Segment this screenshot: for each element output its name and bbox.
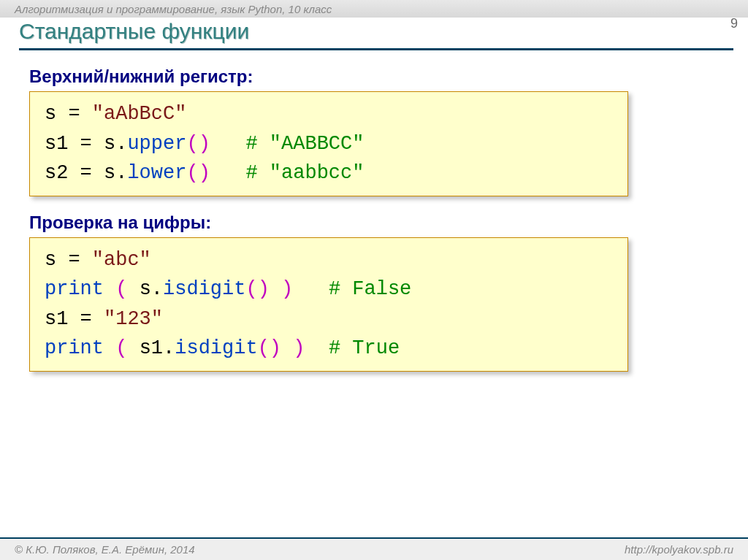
page-number: 9 — [730, 16, 738, 31]
code-string: "aAbBcC" — [92, 103, 187, 125]
code-method: isdigit — [163, 278, 245, 300]
code-box-digits: s = "abc" print ( s.isdigit() ) # False … — [29, 237, 628, 372]
section-label-digits: Проверка на цифры: — [29, 212, 726, 233]
code-text: s = — [45, 103, 92, 125]
code-line: s1 = "123" — [45, 304, 613, 334]
code-paren: () — [186, 162, 210, 184]
code-paren: () — [258, 337, 281, 359]
footer-copyright: © К.Ю. Поляков, Е.А. Ерёмин, 2014 — [15, 543, 195, 556]
code-line: s2 = s.lower() # "aabbcc" — [45, 158, 613, 188]
code-comment: # "AABBCC" — [245, 133, 364, 155]
section-label-case: Верхний/нижний регистр: — [29, 66, 726, 87]
code-print: print — [45, 337, 104, 359]
slide-title: Стандартные функции — [19, 19, 733, 50]
code-text: s = — [45, 249, 92, 271]
code-comment: # False — [329, 278, 411, 300]
code-paren: ( — [104, 337, 140, 359]
code-text — [210, 133, 246, 155]
code-string: "abc" — [92, 249, 151, 271]
code-text — [210, 162, 246, 184]
code-text: s. — [140, 278, 163, 300]
code-comment: # "aabbcc" — [245, 162, 364, 184]
code-text: s1. — [140, 337, 175, 359]
code-method: upper — [127, 133, 186, 155]
code-print: print — [45, 278, 104, 300]
code-paren: ) — [270, 278, 293, 300]
code-text: s1 = — [45, 308, 104, 330]
code-paren: () — [245, 278, 269, 300]
code-paren: ( — [104, 278, 140, 300]
code-box-case: s = "aAbBcC" s1 = s.upper() # "AABBCC" s… — [29, 91, 628, 196]
footer-url: http://kpolyakov.spb.ru — [625, 543, 733, 556]
code-text: s1 = s. — [45, 133, 127, 155]
code-method: isdigit — [175, 337, 257, 359]
code-line: s = "aAbBcC" — [45, 99, 613, 129]
code-string: "123" — [104, 308, 163, 330]
code-line: print ( s.isdigit() ) # False — [45, 275, 613, 304]
slide-title-wrap: Стандартные функции — [0, 18, 748, 55]
code-text: s2 = s. — [45, 162, 127, 184]
code-comment: # True — [329, 337, 400, 359]
code-method: lower — [127, 162, 186, 184]
course-title: Алгоритмизация и программирование, язык … — [15, 3, 733, 18]
code-line: s = "abc" — [45, 245, 613, 275]
code-line: s1 = s.upper() # "AABBCC" — [45, 129, 613, 159]
code-text — [293, 278, 329, 300]
code-paren: ) — [281, 337, 305, 359]
content-area: Верхний/нижний регистр: s = "aAbBcC" s1 … — [0, 55, 748, 372]
footer: © К.Ю. Поляков, Е.А. Ерёмин, 2014 http:/… — [0, 537, 748, 560]
slide-header: Алгоритмизация и программирование, язык … — [0, 0, 748, 18]
code-paren: () — [186, 133, 210, 155]
code-text — [305, 337, 328, 359]
code-line: print ( s1.isdigit() ) # True — [45, 334, 613, 364]
